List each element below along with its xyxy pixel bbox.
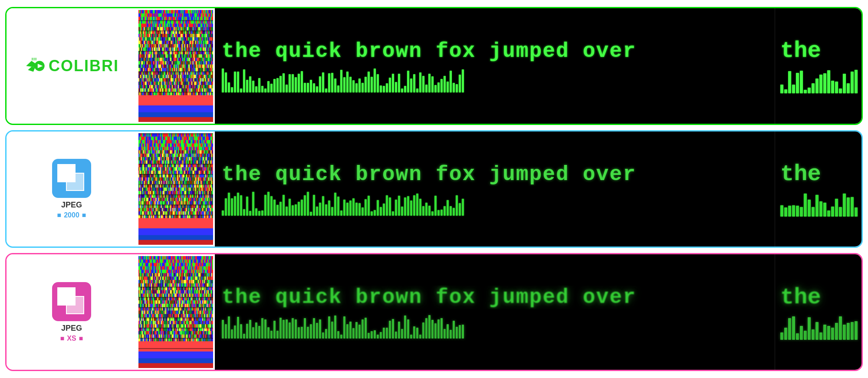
thumb-canvas-jpegxs <box>138 256 213 368</box>
display-text-colibri: the quick brown fox jumped over <box>222 39 768 63</box>
jpegxs-svg <box>54 284 89 319</box>
cutoff-text-jpegxs: the <box>780 285 856 310</box>
jpegxs-label: JPEG <box>61 324 82 333</box>
row-colibri: COLIBRI the quick brown fox jumped over … <box>5 7 863 125</box>
cutoff-text-jpeg2000: the <box>780 161 856 187</box>
thumb-jpeg2000 <box>137 131 215 247</box>
logo-section-colibri: COLIBRI <box>7 8 137 124</box>
colibri-bird-icon <box>24 57 46 75</box>
cutoff-colibri: the <box>775 8 861 124</box>
display-jpeg2000: the quick brown fox jumped over <box>215 131 775 247</box>
row-jpegxs: JPEG ■ XS ■ the quick brown fox jumped o… <box>5 253 863 371</box>
colibri-logo: COLIBRI <box>24 57 119 75</box>
jpegxs-sublabel: ■ XS ■ <box>60 335 83 342</box>
svg-point-8 <box>33 58 35 59</box>
cutoff-bars-jpeg2000 <box>780 191 856 217</box>
jpeg2000-sublabel: ■ 2000 ■ <box>57 211 86 219</box>
thumb-canvas-colibri <box>138 10 213 122</box>
svg-point-9 <box>35 58 36 59</box>
svg-marker-1 <box>28 66 35 72</box>
thumb-jpegxs <box>137 254 215 370</box>
cutoff-jpeg2000: the <box>775 131 861 247</box>
row-jpeg2000: JPEG ■ 2000 ■ the quick brown fox jumped… <box>5 130 863 248</box>
display-colibri: the quick brown fox jumped over <box>215 8 775 124</box>
thumb-colibri <box>137 8 215 124</box>
jpeg2000-logo: JPEG ■ 2000 ■ <box>52 159 91 219</box>
display-bars-jpegxs <box>222 312 768 339</box>
jpeg2000-label: JPEG <box>61 201 82 210</box>
display-jpegxs: the quick brown fox jumped over <box>215 254 775 370</box>
logo-section-jpeg2000: JPEG ■ 2000 ■ <box>7 131 137 247</box>
display-text-jpeg2000: the quick brown fox jumped over <box>222 163 768 186</box>
colibri-label: COLIBRI <box>49 57 119 75</box>
display-text-jpegxs: the quick brown fox jumped over <box>222 286 768 309</box>
svg-point-7 <box>32 58 33 59</box>
display-bars-colibri <box>222 66 768 92</box>
svg-point-5 <box>33 59 35 60</box>
jpegxs-icon <box>52 282 91 321</box>
display-bars-jpeg2000 <box>222 190 768 216</box>
thumb-canvas-jpeg2000 <box>138 133 213 245</box>
jpeg2000-svg <box>54 161 89 196</box>
cutoff-bars-jpegxs <box>780 314 856 340</box>
logo-section-jpegxs: JPEG ■ XS ■ <box>7 254 137 370</box>
cutoff-jpegxs: the <box>775 254 861 370</box>
svg-point-6 <box>35 59 36 60</box>
jpegxs-logo: JPEG ■ XS ■ <box>52 282 91 342</box>
cutoff-text-colibri: the <box>780 38 856 64</box>
jpeg2000-icon <box>52 159 91 198</box>
cutoff-bars-colibri <box>780 67 856 93</box>
svg-point-4 <box>32 59 33 60</box>
